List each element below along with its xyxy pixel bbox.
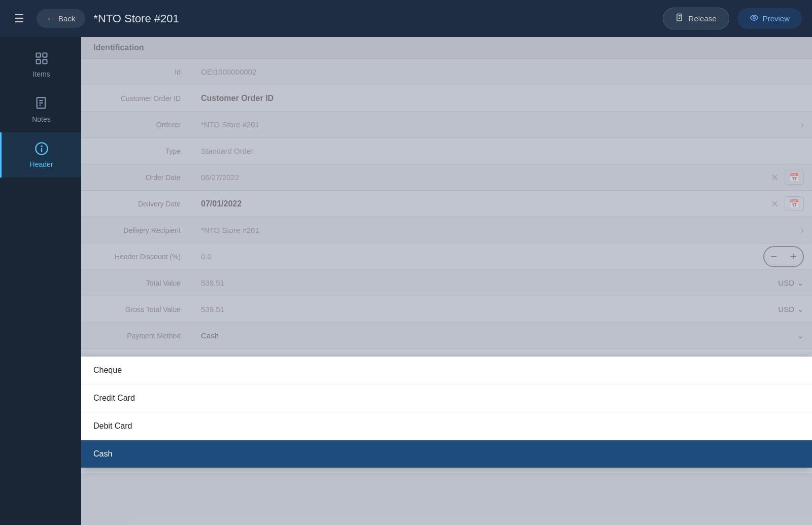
main-layout: Items Notes Header Identification Id OEI… (0, 37, 812, 525)
delivery-recipient-chevron-icon[interactable]: › (800, 224, 812, 236)
notes-icon (35, 96, 49, 112)
field-row-gross-total-value: Gross Total Value 539.51 USD ⌄ (81, 296, 812, 323)
sidebar-items-label: Items (32, 70, 50, 78)
sidebar-item-items[interactable]: Items (0, 42, 81, 87)
sidebar: Items Notes Header (0, 37, 81, 525)
sidebar-notes-label: Notes (32, 115, 51, 123)
stepper-control: − + (763, 246, 804, 267)
field-value-payment-method: Cash (193, 325, 797, 346)
svg-point-8 (41, 146, 43, 148)
total-value-chevron-down-icon: ⌄ (797, 278, 804, 288)
field-label-id: Id (81, 62, 193, 82)
field-label-gross-total-value: Gross Total Value (81, 299, 193, 320)
preview-label: Preview (763, 14, 790, 23)
gross-total-value-currency[interactable]: USD ⌄ (778, 305, 812, 314)
back-arrow-icon: ← (47, 14, 54, 23)
field-value-delivery-recipient: *NTO Store #201 (193, 220, 800, 240)
svg-rect-3 (43, 53, 47, 57)
payment-method-dropdown: Cheque Credit Card Debit Card Cash (81, 357, 812, 468)
payment-method-chevron-down-icon: ⌄ (797, 331, 804, 340)
back-label: Back (58, 14, 75, 23)
delivery-date-calendar-button[interactable]: 📅 (785, 196, 804, 211)
field-row-header-discount: Header Discount (%) 0.0 − + (81, 243, 812, 270)
field-row-delivery-date: Delivery Date 07/01/2022 ✕ 📅 (81, 191, 812, 217)
field-label-order-date: Order Date (81, 167, 193, 188)
back-button[interactable]: ← Back (37, 9, 85, 28)
items-icon (35, 51, 49, 67)
field-value-total-value: 539.51 (193, 272, 778, 293)
payment-method-dropdown-toggle[interactable]: ⌄ (797, 331, 812, 340)
svg-point-1 (753, 17, 755, 19)
release-button[interactable]: Release (663, 8, 729, 29)
field-row-id: Id OEI1000000002 (81, 59, 812, 85)
header-discount-stepper: − + (763, 246, 812, 267)
field-row-customer-order-id: Customer Order ID Customer Order ID (81, 85, 812, 112)
field-value-delivery-date: 07/01/2022 (193, 193, 769, 215)
field-label-header-discount: Header Discount (%) (81, 247, 193, 267)
field-row-delivery-recipient: Delivery Recipient *NTO Store #201 › (81, 217, 812, 243)
gross-total-chevron-down-icon: ⌄ (797, 305, 804, 314)
field-label-type: Type (81, 141, 193, 161)
field-label-payment-method: Payment Method (81, 326, 193, 346)
svg-rect-2 (36, 53, 40, 57)
sidebar-header-label: Header (30, 160, 53, 168)
order-date-actions: ✕ 📅 (769, 170, 812, 185)
field-value-order-date: 06/27/2022 (193, 167, 769, 188)
hamburger-button[interactable]: ☰ (10, 8, 28, 29)
orderer-chevron-icon[interactable]: › (800, 119, 812, 130)
svg-rect-9 (41, 148, 42, 152)
content-area: Identification Id OEI1000000002 Customer… (81, 37, 812, 525)
field-row-payment-method: Payment Method Cash ⌄ (81, 323, 812, 349)
svg-rect-4 (36, 59, 40, 63)
field-label-delivery-date: Delivery Date (81, 194, 193, 214)
stepper-increment-button[interactable]: + (784, 247, 803, 266)
field-label-orderer: Orderer (81, 115, 193, 135)
field-value-orderer: *NTO Store #201 (193, 114, 800, 135)
total-value-currency-label: USD (778, 278, 794, 287)
preview-button[interactable]: Preview (737, 8, 802, 29)
field-label-delivery-recipient: Delivery Recipient (81, 220, 193, 240)
release-label: Release (689, 14, 717, 23)
release-doc-icon (675, 13, 685, 24)
delivery-date-actions: ✕ 📅 (769, 196, 812, 212)
preview-icon (750, 13, 759, 24)
dim-overlay-bottom (81, 473, 812, 525)
dropdown-option-debit-card[interactable]: Debit Card (81, 412, 812, 440)
delivery-date-clear-button[interactable]: ✕ (769, 196, 781, 212)
field-value-header-discount: 0.0 (193, 246, 763, 267)
dropdown-option-credit-card[interactable]: Credit Card (81, 384, 812, 412)
field-row-orderer: Orderer *NTO Store #201 › (81, 112, 812, 138)
field-label-customer-order-id: Customer Order ID (81, 88, 193, 109)
field-value-gross-total-value: 539.51 (193, 299, 778, 320)
field-value-type: Standard Order (193, 141, 812, 161)
dropdown-option-cheque[interactable]: Cheque (81, 357, 812, 384)
sidebar-item-notes[interactable]: Notes (0, 87, 81, 132)
field-row-order-date: Order Date 06/27/2022 ✕ 📅 (81, 164, 812, 191)
dropdown-option-cash[interactable]: Cash (81, 440, 812, 468)
field-value-id: OEI1000000002 (193, 61, 812, 82)
topbar: ☰ ← Back *NTO Store #201 Release Preview (0, 0, 812, 37)
svg-rect-5 (43, 59, 47, 63)
gross-total-value-currency-label: USD (778, 305, 794, 313)
sidebar-item-header[interactable]: Header (0, 132, 81, 178)
field-row-total-value: Total Value 539.51 USD ⌄ (81, 270, 812, 296)
stepper-decrement-button[interactable]: − (764, 247, 784, 266)
order-date-calendar-button[interactable]: 📅 (785, 170, 804, 185)
order-date-clear-button[interactable]: ✕ (769, 170, 781, 185)
field-value-customer-order-id[interactable]: Customer Order ID (193, 88, 812, 109)
page-title: *NTO Store #201 (93, 12, 654, 25)
field-label-total-value: Total Value (81, 273, 193, 293)
header-icon (35, 142, 49, 157)
identification-section-header: Identification (81, 37, 812, 59)
total-value-currency[interactable]: USD ⌄ (778, 278, 812, 288)
field-row-type: Type Standard Order (81, 138, 812, 164)
